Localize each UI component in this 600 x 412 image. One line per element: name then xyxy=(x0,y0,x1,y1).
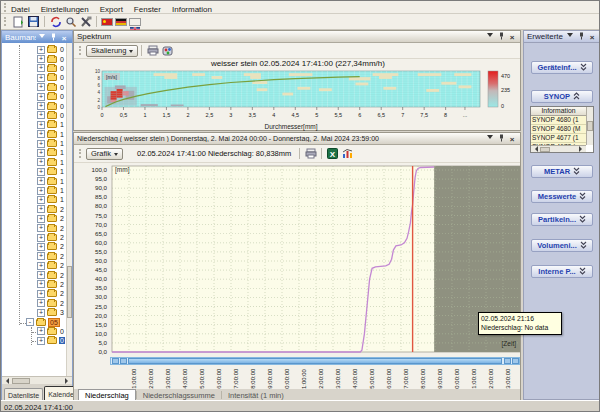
expand-box-icon[interactable]: + xyxy=(37,215,45,223)
section-partikeln-[interactable]: Partikeln... xyxy=(531,213,593,226)
tree-item[interactable]: +2 xyxy=(2,289,72,298)
expand-box-icon[interactable]: + xyxy=(37,111,45,119)
menu-item-export[interactable]: Export xyxy=(100,5,123,14)
expand-box-icon[interactable]: + xyxy=(37,243,45,251)
expand-box-icon[interactable]: + xyxy=(37,177,45,185)
expand-box-icon[interactable]: + xyxy=(37,46,45,54)
tree-item[interactable]: +2 xyxy=(2,233,72,242)
search-icon[interactable] xyxy=(63,15,78,29)
collapse-box-icon[interactable]: - xyxy=(26,318,34,326)
expand-box-icon[interactable]: + xyxy=(37,168,45,176)
close-icon[interactable]: × xyxy=(587,33,597,43)
expand-box-icon[interactable]: + xyxy=(37,327,45,335)
tree-item[interactable]: +1 xyxy=(2,176,72,185)
expand-box-icon[interactable]: + xyxy=(37,280,45,288)
expand-box-icon[interactable]: + xyxy=(37,252,45,260)
scroll-left-arrow-icon[interactable] xyxy=(3,378,9,384)
tree-item[interactable]: +0 xyxy=(2,54,72,63)
section-messwerte[interactable]: Messwerte xyxy=(531,190,593,203)
section-ger-teinf-[interactable]: Geräteinf... xyxy=(531,61,593,74)
printer-icon[interactable] xyxy=(145,44,160,58)
expand-box-icon[interactable]: + xyxy=(37,149,45,157)
tree-item[interactable]: -05 xyxy=(2,317,72,326)
tree-item[interactable]: +2 xyxy=(2,270,72,279)
tree-item[interactable]: +0 xyxy=(2,101,72,110)
tree-item[interactable]: +1 xyxy=(2,167,72,176)
refresh-icon[interactable] xyxy=(48,15,63,29)
save-icon[interactable] xyxy=(26,15,41,29)
tree-item[interactable]: +2 xyxy=(2,252,72,261)
scrollbar-thumb[interactable] xyxy=(67,266,72,318)
pin-icon[interactable] xyxy=(576,31,586,41)
expand-box-icon[interactable]: + xyxy=(37,158,45,166)
scroll-right-arrow-icon[interactable] xyxy=(579,146,585,152)
expand-box-icon[interactable]: + xyxy=(37,140,45,148)
tree-item[interactable]: +0 xyxy=(2,92,72,101)
tree-item[interactable]: +1 xyxy=(2,148,72,157)
chevron-down-icon[interactable] xyxy=(565,30,575,40)
tree-item[interactable]: +0 xyxy=(2,336,72,345)
expand-box-icon[interactable]: + xyxy=(37,130,45,138)
tree-horizontal-scrollbar[interactable] xyxy=(2,376,72,384)
tree-item[interactable]: +2 xyxy=(2,242,72,251)
flag-uk-icon[interactable] xyxy=(129,18,141,26)
close-icon[interactable]: × xyxy=(507,135,517,145)
tree-item[interactable]: +2 xyxy=(2,214,72,223)
chevron-down-icon[interactable] xyxy=(485,30,495,40)
pin-icon[interactable] xyxy=(496,31,506,41)
data-import-icon[interactable] xyxy=(11,15,26,29)
tree-item[interactable]: +1 xyxy=(2,195,72,204)
tools-icon[interactable] xyxy=(78,15,93,29)
scroll-left-button[interactable] xyxy=(112,358,119,364)
printer-icon[interactable] xyxy=(303,147,318,161)
tree-item[interactable]: +0 xyxy=(2,45,72,54)
chevron-down-icon[interactable] xyxy=(485,132,495,142)
scrollbar-thumb[interactable] xyxy=(587,121,593,131)
menu-item-datei[interactable]: Datei xyxy=(11,5,30,14)
expand-box-icon[interactable]: + xyxy=(37,337,45,345)
tree-item[interactable]: +2 xyxy=(2,261,72,270)
grafik-button[interactable]: Grafik xyxy=(86,148,123,160)
tree-item[interactable]: +0 xyxy=(2,111,72,120)
tree-item[interactable]: +1 xyxy=(2,139,72,148)
niederschlag-chart[interactable] xyxy=(74,164,522,356)
expand-box-icon[interactable]: + xyxy=(37,262,45,270)
expand-box-icon[interactable]: + xyxy=(37,299,45,307)
tree-item[interactable]: +2 xyxy=(2,223,72,232)
expand-box-icon[interactable]: + xyxy=(37,102,45,110)
scroll-right-button[interactable] xyxy=(120,358,127,364)
section-volumeni-[interactable]: Volumeni... xyxy=(531,239,593,252)
synop-vertical-scrollbar[interactable] xyxy=(586,107,593,145)
menu-item-information[interactable]: Information xyxy=(172,5,212,14)
pin-icon[interactable] xyxy=(496,133,506,143)
expand-box-icon[interactable]: + xyxy=(37,234,45,242)
expand-box-icon[interactable]: + xyxy=(37,64,45,72)
tree-item[interactable]: +2 xyxy=(2,280,72,289)
section-synop[interactable]: SYNOP xyxy=(531,90,593,103)
chevron-down-icon[interactable] xyxy=(37,30,47,40)
expand-box-icon[interactable]: + xyxy=(37,93,45,101)
tree-item[interactable]: +1 xyxy=(2,186,72,195)
section-metar[interactable]: METAR xyxy=(531,165,593,178)
close-icon[interactable]: × xyxy=(507,33,517,43)
expand-box-icon[interactable]: + xyxy=(37,205,45,213)
chart-horizontal-scrollbar[interactable] xyxy=(110,357,520,365)
synop-horizontal-scrollbar[interactable] xyxy=(531,145,586,152)
scrollbar-thumb[interactable] xyxy=(540,147,550,152)
tree-item[interactable]: +3 xyxy=(2,308,72,317)
expand-box-icon[interactable]: + xyxy=(37,309,45,317)
flag-china-icon[interactable] xyxy=(101,18,113,26)
synop-row[interactable]: SYNOP 4680 (1 xyxy=(531,116,586,125)
tree-item[interactable]: +1 xyxy=(2,158,72,167)
skalierung-button[interactable]: Skalierung xyxy=(86,45,138,57)
tree-item[interactable]: +2 xyxy=(2,205,72,214)
expand-box-icon[interactable]: + xyxy=(37,196,45,204)
spektrum-chart[interactable]: 00,511,522,533,544,555,566,577,58...0246… xyxy=(74,69,522,125)
chart-settings-icon[interactable] xyxy=(340,147,355,161)
expand-box-icon[interactable]: + xyxy=(37,121,45,129)
menu-item-fenster[interactable]: Fenster xyxy=(134,5,161,14)
expand-box-icon[interactable]: + xyxy=(37,83,45,91)
scrollbar-thumb[interactable] xyxy=(128,358,502,364)
expand-box-icon[interactable]: + xyxy=(37,224,45,232)
scrollbar-thumb[interactable] xyxy=(12,378,30,384)
